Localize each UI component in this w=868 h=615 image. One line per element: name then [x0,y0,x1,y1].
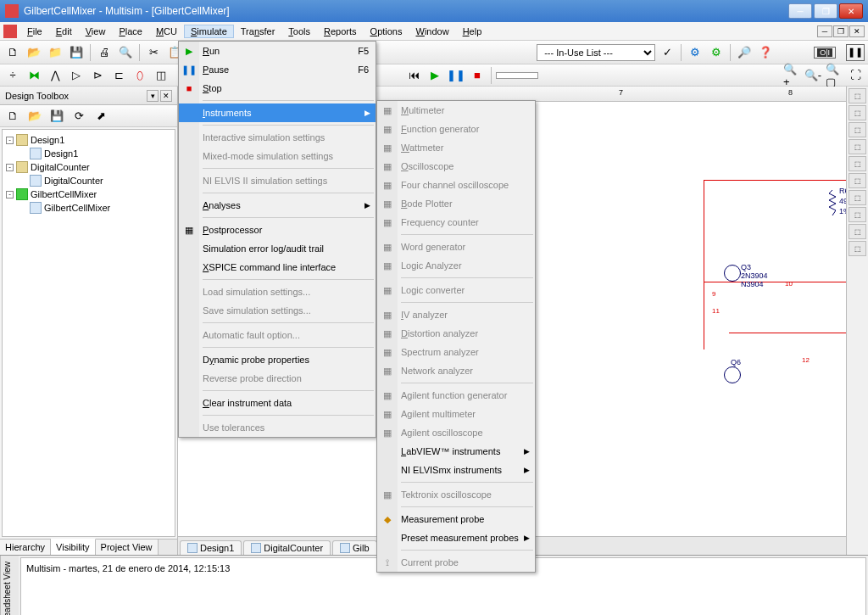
menu-loadsettings[interactable]: Load simulation settings... [179,282,376,301]
open2-button[interactable]: 📁 [46,43,64,62]
menu-help[interactable]: Help [456,25,489,38]
tree-toggle[interactable]: - [6,164,14,171]
sim-run[interactable]: ▶ [426,66,444,85]
menu-edit[interactable]: Edit [49,25,79,38]
inst-wordgen[interactable]: ▦Word generator [377,238,535,256]
minimize-button[interactable]: ─ [788,3,812,19]
tree-label[interactable]: GilbertCellMixer [44,203,110,213]
sim-pause-btn[interactable]: ❚❚ [846,44,865,61]
mdi-restore[interactable]: ❐ [833,25,849,37]
comp-2[interactable]: ⧓ [25,66,43,85]
menu-interactive-settings[interactable]: Interactive simulation settings [179,128,376,147]
open-button[interactable]: 📂 [25,43,43,62]
tab-hierarchy[interactable]: Hierarchy [0,540,51,555]
toolbox-new[interactable]: 🗋 [3,107,22,126]
menu-view[interactable]: View [79,25,113,38]
tb-find[interactable]: 🔎 [735,43,754,62]
inst-distortion[interactable]: ▦Distortion analyzer [377,324,535,343]
menu-analyses[interactable]: Analyses▶ [179,196,376,215]
menu-autofault[interactable]: Automatic fault option... [179,326,376,344]
toolbox-b[interactable]: ⬈ [92,107,110,126]
inst-ivanalyzer[interactable]: ▦IV analyzer [377,305,535,324]
tb-a[interactable]: ✓ [658,43,676,62]
inst-measprobe[interactable]: ◆Measurement probe [377,510,535,528]
inst-icon[interactable]: ⬚ [849,173,866,188]
tree-label[interactable]: Design1 [31,135,64,145]
preview-button[interactable]: 🔍 [116,43,135,62]
comp-8[interactable]: ◫ [152,66,170,85]
comp-5[interactable]: ⊳ [88,66,107,85]
menu-instruments[interactable]: Instruments▶ [179,103,376,122]
mdi-close[interactable]: ✕ [849,25,865,37]
tb-b[interactable]: ⚙ [686,43,704,62]
inst-oscilloscope[interactable]: ▦Oscilloscope [377,157,535,176]
mdi-minimize[interactable]: ─ [817,25,832,37]
menu-window[interactable]: Window [409,25,455,38]
menu-mcu[interactable]: MCU [149,25,184,38]
print-button[interactable]: 🖨 [95,43,114,62]
menu-tools[interactable]: Tools [281,25,317,38]
inst-icon[interactable]: ⬚ [849,241,866,256]
sim-pause[interactable]: ❚❚ [447,66,465,85]
comp-q6[interactable] [724,366,741,383]
comp-q3[interactable] [724,265,741,282]
zoom-full[interactable]: ⛶ [846,66,865,85]
sim-back[interactable]: ⏮ [404,66,423,85]
menu-savesettings[interactable]: Save simulation settings... [179,301,376,320]
inst-icon[interactable]: ⬚ [849,105,866,120]
menu-place[interactable]: Place [112,25,149,38]
menu-dynprobe[interactable]: Dynamic probe properties [179,350,376,369]
inst-icon[interactable]: ⬚ [849,122,866,137]
comp-7[interactable]: ⬯ [131,66,149,85]
inst-nielvismx[interactable]: NI ELVISmx instruments▶ [377,461,535,479]
menu-xspice[interactable]: XSPICE command line interface [179,258,376,277]
menu-stop[interactable]: ■Stop [179,79,376,98]
zoom-fit[interactable]: 🔍▢ [825,66,843,85]
inst-icon[interactable]: ⬚ [849,207,866,222]
tree-toggle[interactable]: - [6,191,14,198]
sim-stop[interactable]: ■ [468,66,487,85]
menu-errorlog[interactable]: Simulation error log/audit trail [179,239,376,258]
inst-network[interactable]: ▦Network analyzer [377,361,535,380]
zoom-out[interactable]: 🔍- [804,66,822,85]
tb-help[interactable]: ❓ [756,43,775,62]
inst-icon[interactable]: ⬚ [849,156,866,171]
inst-agosc[interactable]: ▦Agilent oscilloscope [377,423,535,442]
cut-button[interactable]: ✂ [144,43,163,62]
inst-logican[interactable]: ▦Logic Analyzer [377,256,535,275]
maximize-button[interactable]: ❐ [814,3,837,19]
tree-toggle[interactable]: - [6,137,14,144]
inst-fourch[interactable]: ▦Four channel oscilloscope [377,176,535,194]
zoom-in[interactable]: 🔍+ [782,66,801,85]
inst-bode[interactable]: ▦Bode Plotter [377,194,535,213]
comp-6[interactable]: ⊏ [109,66,128,85]
tb-c[interactable]: ⚙ [707,43,726,62]
comp-3[interactable]: ⋀ [46,66,64,85]
inst-spectrum[interactable]: ▦Spectrum analyzer [377,343,535,361]
toolbox-save[interactable]: 💾 [47,107,66,126]
menu-nielvis-settings[interactable]: NI ELVIS II simulation settings [179,171,376,190]
toolbox-open[interactable]: 📂 [25,107,44,126]
menu-options[interactable]: Options [364,25,409,38]
inst-labview[interactable]: LabVIEW™ instruments▶ [377,442,535,461]
save-button[interactable]: 💾 [67,43,86,62]
inst-icon[interactable]: ⬚ [849,88,866,103]
ctab-gilbert[interactable]: Gilb [332,540,377,555]
menu-run[interactable]: ▶RunF5 [179,42,376,60]
toolbox-pin[interactable]: ▾ [147,90,159,102]
comp-1[interactable]: ÷ [3,66,22,85]
tree-label[interactable]: Design1 [44,148,78,159]
menu-clearinst[interactable]: Clear instrument data [179,394,376,412]
tab-projectview[interactable]: Project View [96,540,159,555]
menu-revprobe[interactable]: Reverse probe direction [179,369,376,388]
ctab-digitalcounter[interactable]: DigitalCounter [243,540,331,555]
menu-mixedmode-settings[interactable]: Mixed-mode simulation settings [179,147,376,165]
spreadsheet-side-label[interactable]: Spreadsheet View [0,556,19,615]
inst-logicconv[interactable]: ▦Logic converter [377,281,535,299]
menu-transfer[interactable]: Transfer [234,25,282,38]
inst-presetprobe[interactable]: Preset measurement probes▶ [377,528,535,547]
inst-freqcount[interactable]: ▦Frequency counter [377,213,535,232]
menu-simulate[interactable]: Simulate [184,25,234,38]
toolbox-a[interactable]: ⟳ [70,107,88,126]
menu-reports[interactable]: Reports [317,25,364,38]
